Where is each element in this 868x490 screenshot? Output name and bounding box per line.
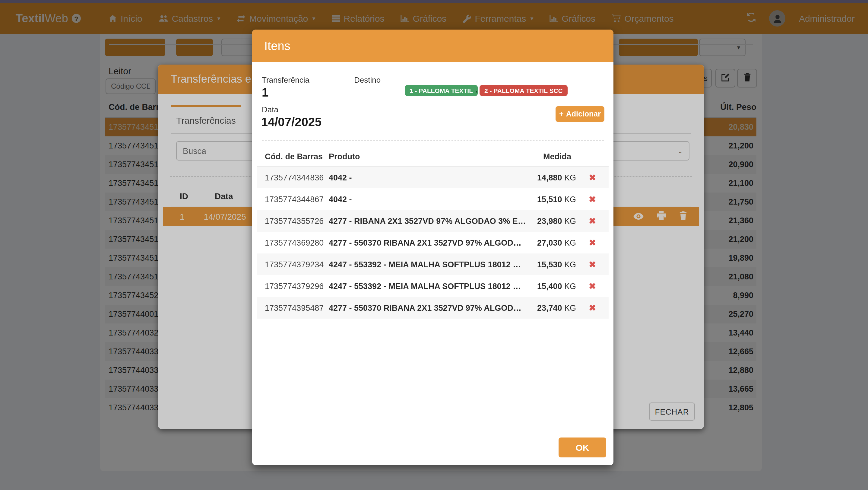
origem-badge: 1 - PALLOMA TEXTIL (405, 85, 478, 96)
item-produto: 4247 - 553392 - MEIA MALHA SOFTPLUS 1801… (329, 260, 521, 269)
itens-modal: Itens Transferência 1 Destino 1 - PALLOM… (252, 30, 614, 465)
remove-item-icon[interactable]: ✖ (589, 281, 596, 291)
item-produto: 4277 - 550370 RIBANA 2X1 3527VD 97% ALGO… (329, 238, 522, 247)
divider (262, 140, 604, 141)
item-medida: 15,400 KG (537, 281, 576, 290)
item-medida: 27,030 KG (537, 238, 576, 247)
screen: ▾ s Leitor Cód. de Barras Últ. Peso 1735… (0, 0, 868, 490)
item-medida: 23,980 KG (537, 216, 576, 225)
item-produto: 4277 - RIBANA 2X1 3527VD 97% ALGODAO 3% … (329, 216, 526, 225)
item-produto: 4042 - (329, 173, 352, 182)
plus-icon: + (559, 110, 564, 118)
item-row: 17357743954874277 - 550370 RIBANA 2X1 35… (257, 297, 609, 318)
data-value: 14/07/2025 (261, 115, 321, 129)
data-label: Data (262, 105, 278, 114)
transferencia-label: Transferência (262, 75, 309, 85)
destino-badge: 2 - PALLOMA TEXTIL SCC (479, 85, 568, 96)
ok-button[interactable]: OK (559, 437, 606, 457)
item-row: 17357743792344247 - 553392 - MEIA MALHA … (257, 253, 609, 275)
destino-label: Destino (354, 75, 381, 85)
remove-item-icon[interactable]: ✖ (589, 303, 596, 313)
remove-item-icon[interactable]: ✖ (589, 259, 596, 269)
item-row: 17357743557264277 - RIBANA 2X1 3527VD 97… (257, 210, 609, 232)
item-produto: 4042 - (329, 194, 352, 204)
top-strip (0, 0, 868, 3)
item-barcode: 1735774379234 (265, 260, 323, 269)
item-barcode: 1735774344836 (265, 173, 323, 182)
item-barcode: 1735774379296 (265, 281, 323, 290)
adicionar-button[interactable]: +Adicionar (556, 106, 604, 122)
item-barcode: 1735774369280 (265, 238, 323, 247)
itens-col-medida: Medida (252, 152, 571, 161)
item-produto: 4277 - 550370 RIBANA 2X1 3527VD 97% ALGO… (329, 303, 522, 312)
item-barcode: 1735774344867 (265, 194, 323, 204)
item-medida: 23,740 KG (537, 303, 576, 312)
remove-item-icon[interactable]: ✖ (589, 238, 596, 247)
ok-label: OK (576, 442, 589, 453)
item-row: 17357743692804277 - 550370 RIBANA 2X1 35… (257, 232, 609, 253)
remove-item-icon[interactable]: ✖ (589, 194, 596, 204)
transferencia-value: 1 (262, 86, 269, 99)
itens-modal-header: Itens (252, 30, 614, 62)
itens-table: 17357743448364042 -14,880 KG✖17357743448… (257, 166, 609, 318)
item-row: 17357743448674042 -15,510 KG✖ (257, 188, 609, 210)
modal-footer-divider (252, 430, 614, 430)
item-row: 17357743792964247 - 553392 - MEIA MALHA … (257, 275, 609, 297)
item-produto: 4247 - 553392 - MEIA MALHA SOFTPLUS 1801… (329, 281, 521, 290)
arrow-right-icon: → (470, 85, 479, 95)
itens-modal-title: Itens (264, 39, 290, 53)
item-row: 17357743448364042 -14,880 KG✖ (257, 166, 609, 188)
adicionar-label: Adicionar (566, 110, 601, 118)
item-medida: 15,510 KG (537, 194, 576, 204)
item-barcode: 1735774395487 (265, 303, 323, 312)
remove-item-icon[interactable]: ✖ (589, 173, 596, 182)
remove-item-icon[interactable]: ✖ (589, 216, 596, 226)
item-barcode: 1735774355726 (265, 216, 323, 225)
item-medida: 15,530 KG (537, 260, 576, 269)
item-medida: 14,880 KG (537, 173, 576, 182)
